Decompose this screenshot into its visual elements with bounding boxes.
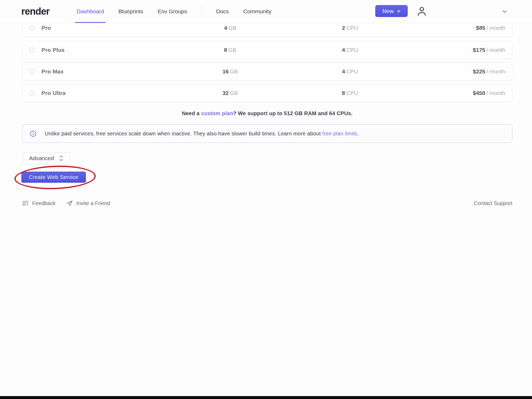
plan-cpu-cell: 4 CPU bbox=[287, 68, 413, 75]
ram-unit: GB bbox=[228, 25, 236, 31]
render-logo[interactable]: render bbox=[21, 6, 50, 17]
bottom-edge-bar bbox=[0, 396, 532, 399]
active-tab-underline bbox=[75, 22, 106, 23]
ram-unit: GB bbox=[228, 47, 236, 53]
nav-item-dashboard[interactable]: Dashboard bbox=[77, 0, 104, 23]
advanced-toggle-button[interactable]: Advanced bbox=[23, 152, 70, 164]
nav-divider bbox=[201, 6, 202, 17]
nav-item-blueprints[interactable]: Blueprints bbox=[118, 0, 143, 23]
ram-value: 8 bbox=[224, 47, 227, 53]
custom-plan-prefix: Need a bbox=[182, 110, 201, 116]
plan-radio[interactable] bbox=[29, 47, 35, 53]
plan-ram-cell: 4 GB bbox=[173, 25, 287, 31]
nav-item-env-groups[interactable]: Env Groups bbox=[158, 0, 187, 23]
create-web-service-button[interactable]: Create Web Service bbox=[21, 172, 86, 183]
plan-ram-cell: 16 GB bbox=[173, 68, 287, 75]
plan-row-pro-max[interactable]: Pro Max16 GB4 CPU$225 / month bbox=[22, 63, 512, 81]
notice-text: Unlike paid services, free services scal… bbox=[45, 131, 359, 137]
price-unit: / month bbox=[486, 90, 505, 96]
contact-support-link[interactable]: Contact Support bbox=[474, 200, 512, 206]
plan-price-cell: $450 / month bbox=[413, 90, 505, 96]
person-icon bbox=[416, 5, 428, 18]
plan-row-pro-ultra[interactable]: Pro Ultra32 GB8 CPU$450 / month bbox=[22, 84, 512, 102]
workspace-dropdown-button[interactable] bbox=[500, 7, 509, 16]
plan-name: Pro Max bbox=[42, 68, 64, 75]
price-value: $85 bbox=[476, 25, 485, 31]
new-button[interactable]: New + bbox=[375, 5, 408, 17]
cpu-unit: CPU bbox=[346, 47, 358, 53]
feedback-label: Feedback bbox=[32, 200, 56, 206]
notice-body: Unlike paid services, free services scal… bbox=[45, 131, 322, 136]
plan-cpu-cell: 4 CPU bbox=[287, 47, 413, 53]
custom-plan-link[interactable]: custom plan bbox=[201, 110, 233, 116]
top-navbar: render DashboardBlueprintsEnv GroupsDocs… bbox=[0, 0, 532, 23]
cpu-unit: CPU bbox=[346, 68, 358, 74]
page-footer: Feedback Invite a Friend Contact Support bbox=[22, 200, 512, 207]
ram-value: 4 bbox=[224, 25, 227, 31]
plus-icon: + bbox=[397, 8, 401, 14]
cpu-value: 4 bbox=[342, 68, 345, 74]
plan-name: Pro Plus bbox=[42, 47, 65, 53]
plan-cpu-cell: 8 CPU bbox=[287, 90, 413, 96]
notice-suffix: . bbox=[357, 131, 359, 136]
plan-price-cell: $225 / month bbox=[413, 68, 505, 75]
plan-row-pro-plus[interactable]: Pro Plus8 GB4 CPU$175 / month bbox=[22, 41, 512, 59]
user-avatar-button[interactable] bbox=[415, 5, 428, 18]
invite-a-friend-link[interactable]: Invite a Friend bbox=[66, 200, 110, 207]
cpu-value: 4 bbox=[342, 47, 345, 53]
cpu-unit: CPU bbox=[346, 90, 358, 96]
nav-item-docs[interactable]: Docs bbox=[216, 0, 229, 23]
plan-radio[interactable] bbox=[29, 69, 35, 74]
plan-name: Pro Ultra bbox=[42, 90, 66, 96]
plan-radio[interactable] bbox=[29, 25, 35, 31]
plan-price-cell: $175 / month bbox=[413, 47, 505, 53]
price-value: $225 bbox=[473, 68, 485, 74]
price-unit: / month bbox=[486, 25, 505, 31]
ram-value: 16 bbox=[222, 68, 229, 74]
price-value: $175 bbox=[473, 47, 485, 53]
price-unit: / month bbox=[486, 68, 505, 74]
custom-plan-note: Need a custom plan? We support up to 512… bbox=[22, 110, 512, 117]
cpu-unit: CPU bbox=[346, 25, 358, 31]
price-unit: / month bbox=[486, 47, 505, 53]
cpu-value: 2 bbox=[342, 25, 345, 31]
chevron-up-down-icon bbox=[59, 155, 64, 162]
ram-value: 32 bbox=[222, 90, 229, 96]
plan-name: Pro bbox=[42, 25, 51, 31]
ram-unit: GB bbox=[230, 68, 238, 74]
price-value: $450 bbox=[473, 90, 485, 96]
create-web-service-label: Create Web Service bbox=[29, 174, 79, 180]
plan-name-cell: Pro Ultra bbox=[29, 90, 173, 96]
advanced-label: Advanced bbox=[29, 155, 54, 161]
nav-item-community[interactable]: Community bbox=[243, 0, 271, 23]
invite-label: Invite a Friend bbox=[76, 200, 110, 206]
info-icon bbox=[30, 130, 37, 137]
plan-name-cell: Pro Plus bbox=[29, 47, 173, 53]
ram-unit: GB bbox=[230, 90, 238, 96]
plan-ram-cell: 8 GB bbox=[173, 47, 287, 53]
paper-plane-icon bbox=[66, 200, 73, 207]
plan-ram-cell: 32 GB bbox=[173, 90, 287, 96]
new-button-label: New bbox=[382, 8, 394, 14]
cpu-value: 8 bbox=[342, 90, 345, 96]
custom-plan-suffix: ? We support up to 512 GB RAM and 64 CPU… bbox=[233, 110, 353, 116]
plan-price-cell: $85 / month bbox=[413, 25, 505, 31]
plan-cpu-cell: 2 CPU bbox=[287, 25, 413, 31]
feedback-link[interactable]: Feedback bbox=[22, 200, 56, 207]
plan-name-cell: Pro Max bbox=[29, 68, 173, 75]
primary-nav: DashboardBlueprintsEnv GroupsDocsCommuni… bbox=[77, 0, 271, 23]
plan-radio[interactable] bbox=[29, 90, 35, 96]
free-plan-notice-banner: Unlike paid services, free services scal… bbox=[22, 124, 512, 143]
free-plan-limits-link[interactable]: free plan limits bbox=[322, 131, 357, 136]
plan-name-cell: Pro bbox=[29, 25, 173, 31]
feedback-chat-icon bbox=[22, 200, 29, 207]
chevron-down-icon bbox=[500, 7, 509, 16]
